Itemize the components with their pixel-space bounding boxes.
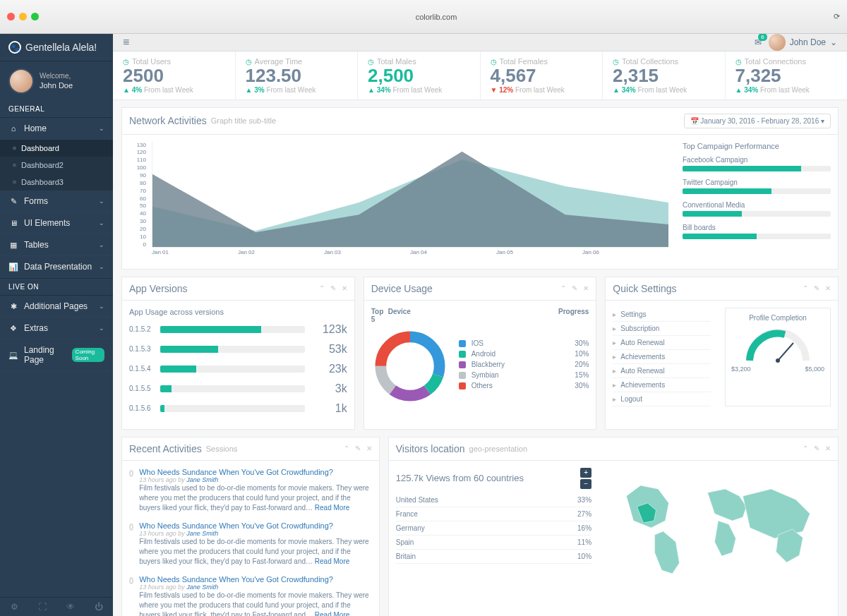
collapse-icon[interactable]: ⌃ (560, 284, 566, 292)
activity-title[interactable]: Who Needs Sundance When You've Got Crowd… (139, 521, 372, 530)
version-name: 0.1.5.2 (129, 325, 160, 333)
sidebar-item-data[interactable]: 📊Data Presentation⌄ (0, 256, 113, 278)
sidebar-item-extras[interactable]: ❖Extras⌄ (0, 318, 113, 339)
sidebar-item-ui[interactable]: 🖥UI Elements⌄ (0, 212, 113, 234)
timeline-dot-icon (129, 470, 133, 477)
date-range-picker[interactable]: 📅 January 30, 2016 - February 28, 2016 ▾ (684, 114, 831, 128)
footer-fullscreen-icon[interactable]: ⛶ (28, 598, 56, 616)
visitor-percent: 16% (577, 524, 591, 532)
address-bar[interactable]: colorlib.com (43, 13, 829, 21)
settings-item[interactable]: ▸Subscription (613, 322, 711, 336)
sidebar-item-label: Forms (24, 196, 48, 206)
sidebar-item-tables[interactable]: ▦Tables⌄ (0, 234, 113, 256)
menu-toggle-icon[interactable]: ≡ (123, 36, 129, 49)
panel-title: Visitors location (396, 443, 465, 454)
collapse-icon[interactable]: ⌃ (344, 445, 349, 452)
visitor-country: United States (396, 496, 577, 504)
legend-name: Blackberry (471, 361, 575, 368)
kpi-row: ◷Total Users 2500 ▲ 4% From last Week ◷A… (113, 52, 847, 100)
window-close-icon[interactable] (7, 13, 15, 20)
close-icon[interactable]: ✕ (366, 445, 372, 452)
campaign-name: Conventional Media (683, 201, 745, 209)
activity-title[interactable]: Who Needs Sundance When You've Got Crowd… (139, 575, 372, 584)
settings-item[interactable]: ▸Auto Renewal (613, 364, 711, 378)
kpi-tail: From last Week (392, 86, 442, 94)
footer-lock-icon[interactable]: 👁 (56, 598, 85, 616)
kpi-tail: From last Week (760, 86, 810, 94)
close-icon[interactable]: ✕ (342, 284, 347, 292)
activity-title[interactable]: Who Needs Sundance When You've Got Crowd… (139, 468, 372, 476)
gauge-title: Profile Completion (731, 314, 824, 322)
sidebar-item-additional[interactable]: ✱Additional Pages⌄ (0, 296, 113, 318)
bug-icon: ✱ (8, 302, 18, 311)
wrench-icon[interactable]: ✎ (814, 284, 819, 292)
visitor-country: Britain (396, 552, 577, 560)
read-more-link[interactable]: Read More (315, 557, 349, 565)
kpi-value: 7,325 (735, 66, 838, 86)
wrench-icon[interactable]: ✎ (572, 284, 577, 292)
brand[interactable]: 🐾 Gentellela Alela! (0, 34, 113, 61)
user-dropdown[interactable]: John Doe ⌄ (769, 34, 837, 51)
close-icon[interactable]: ✕ (825, 284, 831, 292)
sidebar: 🐾 Gentellela Alela! Welcome, John Doe GE… (0, 34, 113, 616)
browser-chrome: colorlib.com ⟳ (0, 0, 847, 34)
sidebar-subitem-dashboard[interactable]: Dashboard (0, 140, 113, 157)
chevron-down-icon: ⌄ (99, 241, 104, 248)
kpi-value: 2,315 (613, 66, 715, 86)
kpi-tile: ◷Total Users 2500 ▲ 4% From last Week (113, 52, 236, 99)
zoom-out-icon[interactable]: − (580, 479, 591, 489)
wrench-icon[interactable]: ✎ (814, 445, 819, 452)
collapse-icon[interactable]: ⌃ (319, 284, 325, 292)
window-max-icon[interactable] (31, 13, 39, 20)
welcome-label: Welcome, (40, 71, 73, 80)
collapse-icon[interactable]: ⌃ (803, 284, 808, 292)
activity-meta: 13 hours ago by Jane Smith (139, 476, 372, 483)
sidebar-subitem-dashboard3[interactable]: Dashboard3 (0, 174, 113, 191)
window-min-icon[interactable] (19, 13, 27, 20)
sidebar-item-landing[interactable]: 💻Landing PageComing Soon (0, 339, 113, 371)
footer-logout-icon[interactable]: ⏻ (85, 598, 113, 616)
activity-author[interactable]: Jane Smith (186, 584, 218, 591)
zoom-in-icon[interactable]: + (580, 468, 591, 478)
visitor-country: Spain (396, 538, 577, 546)
wrench-icon[interactable]: ✎ (330, 284, 336, 292)
campaign-row: Bill boards (683, 224, 831, 239)
settings-item[interactable]: ▸Logout (613, 392, 711, 406)
kpi-tile: ◷Average Time 123.50 ▲ 3% From last Week (236, 52, 359, 99)
read-more-link[interactable]: Read More (315, 504, 349, 512)
visitor-row: France27% (396, 507, 591, 521)
panel-title: Network Activities (129, 115, 207, 126)
wrench-icon[interactable]: ✎ (355, 445, 361, 452)
settings-item[interactable]: ▸Achievements (613, 350, 711, 364)
list-icon: ▸ (613, 381, 616, 389)
activity-author[interactable]: Jane Smith (186, 530, 218, 537)
collapse-icon[interactable]: ⌃ (803, 445, 808, 452)
brand-text: Gentellela Alela! (25, 42, 97, 53)
mail-count: 6 (758, 34, 767, 41)
reload-icon[interactable]: ⟳ (834, 12, 840, 21)
activity-author[interactable]: Jane Smith (186, 476, 218, 483)
close-icon[interactable]: ✕ (825, 445, 831, 452)
brand-icon: 🐾 (8, 41, 21, 54)
read-more-link[interactable]: Read More (315, 611, 349, 616)
sidebar-item-home[interactable]: ⌂ Home ⌄ (0, 118, 113, 140)
world-map[interactable] (606, 468, 831, 583)
version-name: 0.1.5.5 (129, 385, 160, 392)
version-row: 0.1.5.353k (129, 343, 347, 356)
close-icon[interactable]: ✕ (583, 284, 589, 292)
sidebar-item-forms[interactable]: ✎Forms⌄ (0, 191, 113, 212)
footer-settings-icon[interactable]: ⚙ (0, 598, 28, 616)
settings-item[interactable]: ▸Settings (613, 308, 711, 322)
sidebar-subitem-dashboard2[interactable]: Dashboard2 (0, 157, 113, 174)
list-icon: ▸ (613, 367, 616, 375)
kpi-value: 2,500 (368, 66, 470, 86)
panel-title: Recent Activities (129, 443, 202, 454)
settings-item[interactable]: ▸Achievements (613, 378, 711, 392)
activity-text: Film festivals used to be do-or-die mome… (139, 591, 372, 616)
version-row: 0.1.5.423k (129, 363, 347, 375)
chevron-down-icon: ⌄ (99, 263, 104, 270)
settings-item[interactable]: ▸Auto Renewal (613, 336, 711, 350)
mail-icon[interactable]: ✉6 (755, 37, 762, 47)
legend-row: Symbian15% (459, 371, 589, 379)
list-icon: ▸ (613, 339, 616, 346)
